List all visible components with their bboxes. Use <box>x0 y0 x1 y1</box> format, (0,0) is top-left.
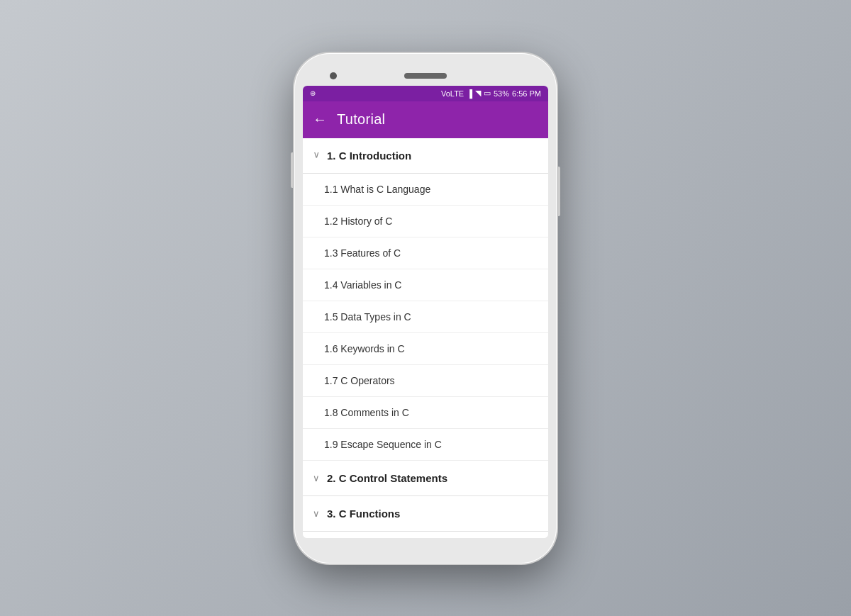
app-bar-title: Tutorial <box>337 111 385 128</box>
item-text: 1.6 Keywords in C <box>324 343 405 354</box>
section-header-2[interactable]: ∨ 2. C Control Statements <box>303 461 548 496</box>
power-button <box>557 167 560 216</box>
chevron-icon-2: ∨ <box>313 473 320 483</box>
item-text: 1.5 Data Types in C <box>324 311 411 323</box>
item-text: 1.9 Escape Sequence in C <box>324 439 442 450</box>
battery-icon: ▭ <box>484 89 491 98</box>
item-text: 1.8 Comments in C <box>324 407 409 418</box>
list-item[interactable]: 1.3 Features of C <box>303 237 548 269</box>
wifi-icon: ⊕ <box>310 89 316 97</box>
list-item[interactable]: 1.4 Variables in C <box>303 269 548 301</box>
list-item[interactable]: 1.6 Keywords in C <box>303 333 548 365</box>
status-bar-left: ⊕ <box>310 89 316 97</box>
chevron-icon-3: ∨ <box>313 508 320 519</box>
network-icon: ◥ <box>475 89 481 98</box>
signal-icon: ▐ <box>467 89 472 98</box>
list-item[interactable]: 1.7 C Operators <box>303 365 548 397</box>
back-button[interactable]: ← <box>313 111 327 128</box>
phone-device: ⊕ VoLTE ▐ ◥ ▭ 53% 6:56 PM ← Tutorial ∧ 1… <box>294 53 557 564</box>
item-text: 1.7 C Operators <box>324 375 395 386</box>
volume-button <box>291 152 294 188</box>
section-header-1[interactable]: ∧ 1. C Introduction <box>303 138 548 174</box>
item-text: 1.1 What is C Language <box>324 184 430 195</box>
list-item[interactable]: 1.1 What is C Language <box>303 174 548 206</box>
item-text: 1.2 History of C <box>324 215 392 227</box>
volte-indicator: VoLTE <box>441 89 464 98</box>
section-1-items: 1.1 What is C Language 1.2 History of C … <box>303 174 548 461</box>
phone-bottom-bar <box>303 538 548 549</box>
section-1-label: 1. C Introduction <box>327 150 537 162</box>
tutorial-list: ∧ 1. C Introduction 1.1 What is C Langua… <box>303 138 548 538</box>
section-2-label: 2. C Control Statements <box>327 472 537 484</box>
list-item[interactable]: 1.9 Escape Sequence in C <box>303 429 548 461</box>
list-item[interactable]: 1.5 Data Types in C <box>303 301 548 333</box>
item-text: 1.4 Variables in C <box>324 279 401 291</box>
section-header-3[interactable]: ∨ 3. C Functions <box>303 496 548 532</box>
item-text: 1.3 Features of C <box>324 247 401 259</box>
list-item[interactable]: 1.2 History of C <box>303 206 548 237</box>
earpiece-speaker <box>404 73 447 79</box>
status-bar-right: VoLTE ▐ ◥ ▭ 53% 6:56 PM <box>441 89 541 98</box>
battery-percent: 53% <box>494 89 509 98</box>
chevron-icon-1: ∧ <box>313 150 320 161</box>
phone-screen: ⊕ VoLTE ▐ ◥ ▭ 53% 6:56 PM ← Tutorial ∧ 1… <box>303 86 548 538</box>
list-item[interactable]: 1.8 Comments in C <box>303 397 548 429</box>
section-3-label: 3. C Functions <box>327 508 537 520</box>
app-bar: ← Tutorial <box>303 101 548 138</box>
front-camera <box>330 72 337 79</box>
clock: 6:56 PM <box>512 89 541 98</box>
status-bar: ⊕ VoLTE ▐ ◥ ▭ 53% 6:56 PM <box>303 86 548 101</box>
phone-top-bar <box>303 66 548 86</box>
